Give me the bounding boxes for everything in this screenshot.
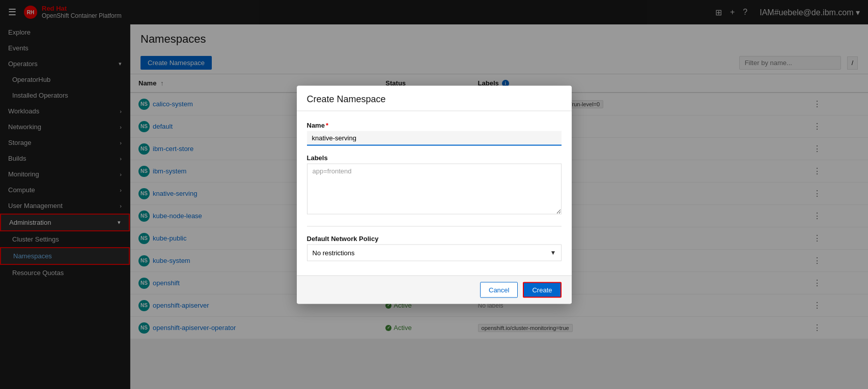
create-button[interactable]: Create	[523, 282, 561, 297]
labels-label: Labels	[307, 154, 562, 161]
modal-body: Name* Labels Default Network Policy No r…	[297, 111, 572, 275]
modal-title: Create Namespace	[297, 85, 572, 111]
network-policy-label: Default Network Policy	[307, 234, 562, 242]
namespace-name-input[interactable]	[307, 131, 562, 145]
cancel-button[interactable]: Cancel	[480, 282, 518, 297]
network-policy-select-wrapper: No restrictions ▼	[307, 244, 562, 261]
labels-textarea[interactable]	[307, 163, 562, 214]
create-namespace-modal: Create Namespace Name* Labels Default Ne…	[297, 85, 572, 304]
modal-footer: Cancel Create	[297, 275, 572, 304]
form-divider	[307, 226, 562, 226]
network-policy-select[interactable]: No restrictions	[307, 244, 562, 261]
name-label: Name*	[307, 121, 562, 129]
